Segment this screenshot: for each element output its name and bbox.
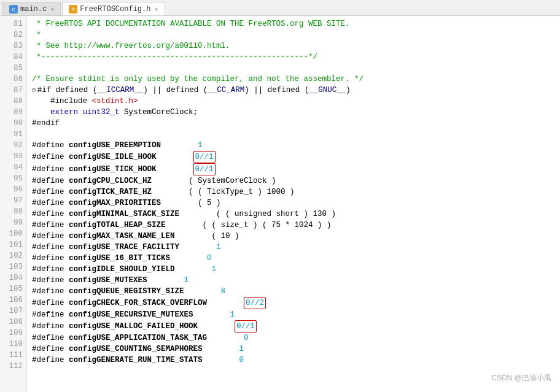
define-value: 1 bbox=[184, 275, 189, 286]
line-number: 98 bbox=[4, 206, 23, 217]
define-value: 1 bbox=[216, 242, 221, 253]
line: #define configUSE_APPLICATION_TASK_TAG 0 bbox=[32, 332, 555, 344]
line-number: 112 bbox=[4, 361, 23, 372]
define-value: 1 bbox=[230, 309, 235, 320]
line: #define configTOTAL_HEAP_SIZE ( ( size_t… bbox=[32, 220, 555, 231]
line: #define configCPU_CLOCK_HZ ( SystemCoreC… bbox=[32, 175, 555, 186]
line-number: 110 bbox=[4, 339, 23, 350]
line: #define configQUEUE_REGISTRY_SIZE 8 bbox=[32, 286, 555, 297]
line: #define configUSE_MALLOC_FAILED_HOOK 0//… bbox=[32, 320, 555, 332]
line-number: 104 bbox=[4, 272, 23, 283]
tab-main-c[interactable]: c main.c ✕ bbox=[2, 2, 61, 15]
line: #define configCHECK_FOR_STACK_OVERFLOW 0… bbox=[32, 297, 555, 309]
define-value: 0//1 bbox=[193, 163, 216, 175]
define-value: 0//1 bbox=[193, 151, 216, 163]
c-file-icon: c bbox=[9, 5, 18, 13]
line-number: 109 bbox=[4, 328, 23, 339]
line-number: 96 bbox=[4, 184, 23, 195]
line-number: 103 bbox=[4, 261, 23, 272]
line: extern uint32_t SystemCoreClock; bbox=[32, 107, 555, 118]
line: #define configMAX_PRIORITIES ( 5 ) bbox=[32, 198, 555, 209]
line: * FreeRTOS API DOCUMENTATION AVAILABLE O… bbox=[32, 18, 555, 29]
define-value: 1 bbox=[239, 344, 244, 355]
line-number: 82 bbox=[4, 29, 23, 40]
define-value: 8 bbox=[221, 286, 226, 297]
line-number: 111 bbox=[4, 350, 23, 361]
line: #define configUSE_RECURSIVE_MUTEXES 1 bbox=[32, 309, 555, 320]
line: #endif bbox=[32, 118, 555, 129]
define-value: ( ( TickType_t ) 1000 ) bbox=[189, 186, 295, 198]
line-number: 100 bbox=[4, 228, 23, 239]
line-number: 108 bbox=[4, 317, 23, 328]
line-number: 83 bbox=[4, 40, 23, 52]
define-value: ( ( size_t ) ( 75 * 1024 ) ) bbox=[203, 220, 332, 231]
define-value: 0 bbox=[207, 253, 212, 264]
line-number: 94 bbox=[4, 162, 23, 173]
line: #define configMAX_TASK_NAME_LEN ( 10 ) bbox=[32, 231, 555, 242]
line-number: 86 bbox=[4, 74, 23, 85]
line-number: 90 bbox=[4, 118, 23, 129]
tab-freertos-config-label: FreeRTOSConfig.h bbox=[80, 5, 150, 13]
tab-main-c-close[interactable]: ✕ bbox=[50, 6, 54, 13]
line-number: 88 bbox=[4, 96, 23, 107]
line: #define configUSE_TRACE_FACILITY 1 bbox=[32, 242, 555, 253]
line-number: 89 bbox=[4, 107, 23, 118]
line-number: 93 bbox=[4, 151, 23, 162]
define-value: 0 bbox=[239, 355, 244, 366]
line: *---------------------------------------… bbox=[32, 52, 555, 63]
expand-icon[interactable]: ⊖ bbox=[32, 85, 36, 96]
define-value: 0//1 bbox=[235, 320, 257, 332]
line-number: 91 bbox=[4, 129, 23, 140]
line-number: 85 bbox=[4, 63, 23, 74]
tabs-bar: c main.c ✕ h FreeRTOSConfig.h ✕ bbox=[0, 0, 560, 16]
define-value: ( SystemCoreClock ) bbox=[189, 175, 276, 186]
tab-freertos-config[interactable]: h FreeRTOSConfig.h ✕ bbox=[62, 2, 165, 15]
line-number: 102 bbox=[4, 250, 23, 261]
line-numbers: 8182838485868788899091929394959697989910… bbox=[0, 16, 27, 392]
line bbox=[32, 63, 555, 74]
define-value: 1 bbox=[198, 140, 203, 151]
line-number: 106 bbox=[4, 294, 23, 306]
line: #define configUSE_IDLE_HOOK 0//1 bbox=[32, 151, 555, 163]
line: ⊖#if defined (__ICCARM__) || defined (__… bbox=[32, 85, 555, 96]
line: #define configMINIMAL_STACK_SIZE ( ( uns… bbox=[32, 209, 555, 220]
define-value: 0 bbox=[244, 332, 249, 344]
line-number: 107 bbox=[4, 306, 23, 317]
define-value: ( 10 ) bbox=[212, 231, 239, 242]
line: * bbox=[32, 29, 555, 40]
line-number: 81 bbox=[4, 18, 23, 29]
line: #include <stdint.h> bbox=[32, 96, 555, 107]
line: #define configTICK_RATE_HZ ( ( TickType_… bbox=[32, 186, 555, 198]
define-value: ( 5 ) bbox=[198, 198, 221, 209]
line: #define configGENERATE_RUN_TIME_STATS 0 bbox=[32, 355, 555, 366]
line-number: 92 bbox=[4, 140, 23, 151]
define-value: 1 bbox=[212, 264, 217, 275]
line-number: 105 bbox=[4, 283, 23, 294]
line-number: 84 bbox=[4, 52, 23, 63]
line bbox=[32, 129, 555, 140]
line: #define configUSE_MUTEXES 1 bbox=[32, 275, 555, 286]
line-number: 87 bbox=[4, 85, 23, 96]
h-file-icon: h bbox=[69, 5, 77, 13]
code-area: 8182838485868788899091929394959697989910… bbox=[0, 16, 560, 392]
tab-main-c-label: main.c bbox=[20, 5, 47, 13]
line-number: 97 bbox=[4, 195, 23, 206]
line: * See http://www.freertos.org/a00110.htm… bbox=[32, 40, 555, 52]
line: #define configUSE_TICK_HOOK 0//1 bbox=[32, 163, 555, 175]
line: #define configUSE_PREEMPTION 1 bbox=[32, 140, 555, 151]
code-content[interactable]: * FreeRTOS API DOCUMENTATION AVAILABLE O… bbox=[27, 16, 560, 392]
line: /* Ensure stdint is only used by the com… bbox=[32, 74, 555, 85]
line bbox=[32, 366, 555, 377]
define-value: ( ( unsigned short ) 130 ) bbox=[216, 209, 336, 220]
line-number: 99 bbox=[4, 217, 23, 228]
line: #define configUSE_COUNTING_SEMAPHORES 1 bbox=[32, 344, 555, 355]
line: #define configUSE_16_BIT_TICKS 0 bbox=[32, 253, 555, 264]
tab-freertos-config-close[interactable]: ✕ bbox=[154, 6, 158, 13]
define-value: 0//2 bbox=[244, 297, 266, 309]
watermark: CSDN @巴渝小禹 bbox=[491, 373, 551, 383]
line-number: 101 bbox=[4, 239, 23, 250]
line-number: 95 bbox=[4, 173, 23, 184]
line: #define configIDLE_SHOULD_YIELD 1 bbox=[32, 264, 555, 275]
